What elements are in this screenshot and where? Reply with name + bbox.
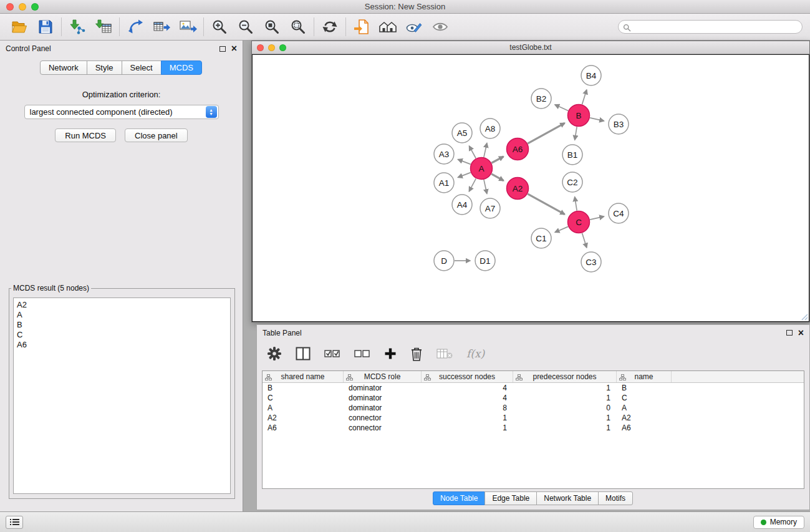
node-B1[interactable]: B1 bbox=[562, 145, 582, 165]
zoom-window-icon[interactable] bbox=[31, 3, 39, 11]
edge-C-C1[interactable] bbox=[555, 226, 568, 232]
table-row[interactable]: A6connector11A6 bbox=[263, 423, 804, 433]
cell-shared-name[interactable]: C bbox=[263, 394, 344, 402]
edge-A-A3[interactable] bbox=[458, 160, 470, 165]
tab-select[interactable]: Select bbox=[122, 60, 162, 75]
table-row[interactable]: Bdominator41B bbox=[263, 383, 804, 393]
cell-shared-name[interactable]: B bbox=[263, 384, 344, 392]
edge-A-A1[interactable] bbox=[458, 173, 470, 178]
network-window-titlebar[interactable]: testGlobe.txt bbox=[252, 41, 809, 54]
column-header-predecessor-nodes[interactable]: predecessor nodes bbox=[513, 371, 617, 382]
minimize-window-icon[interactable] bbox=[19, 3, 26, 11]
table-row[interactable]: A2connector11A2 bbox=[263, 413, 804, 423]
edge-A-A8[interactable] bbox=[484, 143, 487, 157]
edge-A-A7[interactable] bbox=[484, 180, 487, 193]
cell-shared-name[interactable]: A2 bbox=[263, 414, 344, 422]
network-graph[interactable]: B4B2BB3A5A8A6B1A3AC2A1A2A4A7CC4C1C3DD1 bbox=[253, 55, 809, 322]
cell-predecessor-nodes[interactable]: 1 bbox=[513, 394, 617, 402]
node-D[interactable]: D bbox=[434, 251, 454, 271]
edge-A-A5[interactable] bbox=[469, 146, 476, 158]
node-C4[interactable]: C4 bbox=[609, 203, 629, 223]
cell-predecessor-nodes[interactable]: 1 bbox=[513, 384, 617, 392]
float-panel-icon[interactable] bbox=[219, 46, 226, 52]
deselect-all-icon[interactable] bbox=[354, 349, 370, 359]
tab-mcds[interactable]: MCDS bbox=[161, 60, 202, 75]
network-overview-icon[interactable] bbox=[375, 16, 401, 38]
node-A5[interactable]: A5 bbox=[452, 123, 472, 143]
import-table-icon[interactable] bbox=[90, 16, 117, 38]
node-D1[interactable]: D1 bbox=[475, 251, 495, 271]
memory-button[interactable]: Memory bbox=[753, 516, 804, 529]
zoom-in-icon[interactable] bbox=[206, 16, 233, 38]
cell-predecessor-nodes[interactable]: 0 bbox=[513, 404, 617, 412]
cell-shared-name[interactable]: A bbox=[263, 404, 344, 412]
edge-C-C2[interactable] bbox=[575, 197, 577, 211]
resize-corner-icon[interactable] bbox=[801, 313, 808, 321]
node-C2[interactable]: C2 bbox=[562, 172, 582, 192]
tab-node-table[interactable]: Node Table bbox=[433, 491, 486, 505]
zoom-selected-icon[interactable] bbox=[285, 16, 311, 38]
close-table-panel-icon[interactable]: × bbox=[798, 329, 804, 337]
mcds-result-list[interactable]: A2ABCA6 bbox=[13, 297, 231, 494]
tab-style[interactable]: Style bbox=[87, 60, 122, 75]
table-row[interactable]: Adominator80A bbox=[263, 403, 804, 413]
node-C[interactable]: C bbox=[568, 211, 590, 233]
column-header-shared-name[interactable]: shared name bbox=[263, 371, 344, 382]
edge-B-B1[interactable] bbox=[575, 127, 577, 140]
cell-name[interactable]: C bbox=[617, 394, 672, 402]
tab-motifs[interactable]: Motifs bbox=[598, 491, 633, 505]
node-A8[interactable]: A8 bbox=[480, 118, 500, 138]
delete-row-icon[interactable] bbox=[410, 347, 423, 361]
cell-successor-nodes[interactable]: 1 bbox=[422, 423, 513, 432]
tab-edge-table[interactable]: Edge Table bbox=[485, 491, 537, 505]
edge-A-A4[interactable] bbox=[469, 178, 476, 191]
close-network-icon[interactable] bbox=[257, 44, 264, 51]
graphics-details-icon[interactable] bbox=[401, 16, 427, 38]
open-file-icon[interactable] bbox=[6, 16, 32, 38]
edge-B-B3[interactable] bbox=[590, 118, 604, 121]
edge-A2-C[interactable] bbox=[528, 194, 564, 215]
search-input[interactable] bbox=[618, 20, 803, 34]
cell-successor-nodes[interactable]: 4 bbox=[422, 384, 513, 392]
refresh-layout-icon[interactable] bbox=[317, 16, 343, 38]
float-table-panel-icon[interactable] bbox=[786, 330, 793, 336]
birds-eye-icon[interactable] bbox=[427, 16, 453, 38]
cell-MCDS-role[interactable]: connector bbox=[344, 423, 422, 432]
node-B2[interactable]: B2 bbox=[531, 89, 551, 109]
node-A7[interactable]: A7 bbox=[480, 198, 500, 218]
node-B3[interactable]: B3 bbox=[609, 114, 629, 134]
edge-A6-B[interactable] bbox=[528, 123, 564, 143]
edge-A-A6[interactable] bbox=[491, 157, 503, 163]
edge-C-C3[interactable] bbox=[582, 233, 587, 248]
close-panel-button[interactable]: Close panel bbox=[125, 128, 188, 142]
node-A4[interactable]: A4 bbox=[452, 195, 472, 215]
node-A1[interactable]: A1 bbox=[434, 173, 454, 193]
node-A[interactable]: A bbox=[471, 158, 493, 180]
node-B4[interactable]: B4 bbox=[581, 65, 601, 85]
minimize-network-icon[interactable] bbox=[268, 44, 275, 51]
cell-predecessor-nodes[interactable]: 1 bbox=[513, 423, 617, 432]
network-canvas[interactable]: B4B2BB3A5A8A6B1A3AC2A1A2A4A7CC4C1C3DD1 bbox=[252, 54, 809, 322]
select-all-icon[interactable] bbox=[324, 349, 340, 359]
node-A6[interactable]: A6 bbox=[507, 138, 529, 160]
node-B[interactable]: B bbox=[568, 105, 590, 127]
table-row[interactable]: Cdominator41C bbox=[263, 393, 804, 403]
delete-table-icon[interactable] bbox=[436, 347, 453, 360]
save-session-icon[interactable] bbox=[32, 16, 59, 38]
import-network-icon[interactable] bbox=[64, 16, 90, 38]
cell-successor-nodes[interactable]: 8 bbox=[422, 404, 513, 412]
edge-B-B4[interactable] bbox=[582, 90, 587, 104]
cell-MCDS-role[interactable]: dominator bbox=[344, 404, 422, 412]
show-columns-icon[interactable] bbox=[296, 347, 311, 360]
cell-successor-nodes[interactable]: 4 bbox=[422, 394, 513, 402]
document-export-icon[interactable] bbox=[349, 16, 375, 38]
close-panel-icon[interactable]: × bbox=[231, 45, 237, 52]
edge-A-A2[interactable] bbox=[491, 174, 503, 181]
cell-name[interactable]: B bbox=[617, 384, 672, 392]
column-header-successor-nodes[interactable]: successor nodes bbox=[422, 371, 513, 382]
node-A3[interactable]: A3 bbox=[434, 144, 454, 164]
export-image-icon[interactable] bbox=[175, 16, 201, 38]
column-header-name[interactable]: name bbox=[617, 371, 672, 382]
edge-B-B2[interactable] bbox=[555, 105, 568, 111]
cell-MCDS-role[interactable]: dominator bbox=[344, 394, 422, 402]
